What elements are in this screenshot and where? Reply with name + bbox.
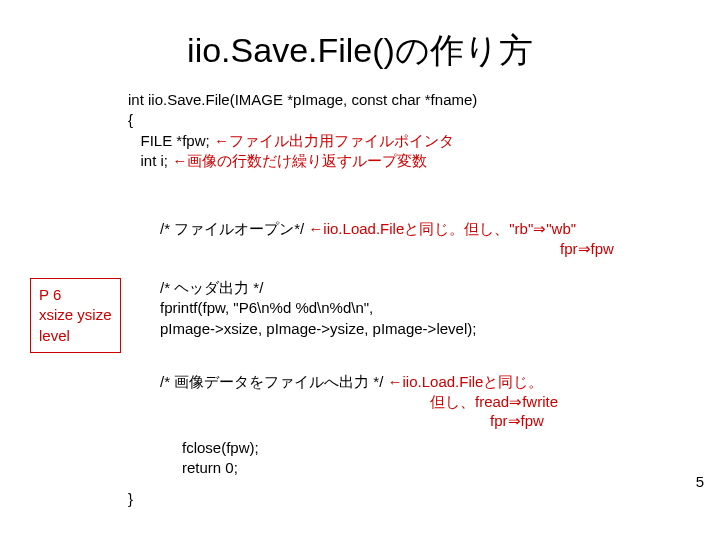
imgdata-note-1: ←iio.Load.Fileと同じ。 xyxy=(388,373,544,390)
func-signature: int iio.Save.File(IMAGE *pImage, const c… xyxy=(128,90,477,110)
open-note-2: fpr⇒fpw xyxy=(560,240,614,258)
ppm-dims: xsize ysize xyxy=(39,305,112,325)
code-declaration: int iio.Save.File(IMAGE *pImage, const c… xyxy=(128,90,477,171)
ppm-magic: P 6 xyxy=(39,285,112,305)
close-section: fclose(fpw); return 0; xyxy=(182,438,259,479)
imgdata-note-3: fpr⇒fpw xyxy=(490,412,544,430)
fclose-line: fclose(fpw); xyxy=(182,438,259,458)
page-title: iio.Save.File()の作り方 xyxy=(0,28,720,74)
decl-file: FILE *fpw; xyxy=(141,132,214,149)
return-line: return 0; xyxy=(182,458,259,478)
header-args: pImage->xsize, pImage->ysize, pImage->le… xyxy=(160,319,476,339)
imgdata-note-2: 但し、fread⇒fwrite xyxy=(430,392,558,412)
header-comment: /* ヘッダ出力 */ xyxy=(160,278,476,298)
brace-close: } xyxy=(128,490,133,507)
header-output-section: /* ヘッダ出力 */ fprintf(fpw, "P6\n%d %d\n%d\… xyxy=(160,278,476,339)
ppm-header-box: P 6 xsize ysize level xyxy=(30,278,121,353)
file-open-section: /* ファイルオープン*/ ←iio.Load.Fileと同じ。但し、"rb"⇒… xyxy=(160,220,576,239)
image-data-section: /* 画像データをファイルへ出力 */ ←iio.Load.Fileと同じ。 xyxy=(160,372,543,392)
decl-file-comment: ←ファイル出力用ファイルポインタ xyxy=(214,132,454,149)
ppm-level: level xyxy=(39,326,112,346)
imgdata-label: /* 画像データをファイルへ出力 */ xyxy=(160,373,388,390)
open-label: /* ファイルオープン*/ xyxy=(160,220,308,237)
page-number: 5 xyxy=(696,473,704,490)
decl-i: int i; xyxy=(141,152,173,169)
header-fprintf: fprintf(fpw, "P6\n%d %d\n%d\n", xyxy=(160,298,476,318)
brace-open: { xyxy=(128,110,477,130)
decl-i-comment: ←画像の行数だけ繰り返すループ変数 xyxy=(172,152,427,169)
open-note-1: ←iio.Load.Fileと同じ。但し、"rb"⇒"wb" xyxy=(308,220,576,237)
